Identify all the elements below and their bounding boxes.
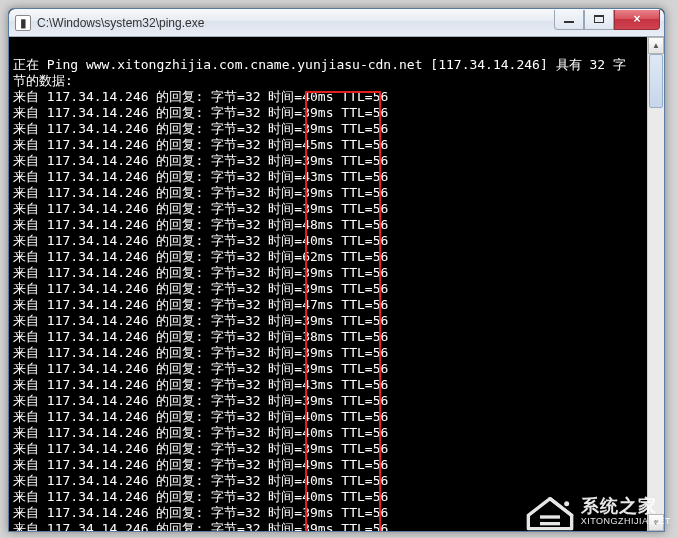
titlebar[interactable]: ▮ C:\Windows\system32\ping.exe × [9,9,664,37]
console-area: 正在 Ping www.xitongzhijia.com.cname.yunji… [9,37,664,531]
scroll-thumb[interactable] [649,54,663,108]
window-controls: × [554,10,660,30]
vertical-scrollbar[interactable]: ▲ ▼ [647,37,664,531]
app-icon: ▮ [15,15,31,31]
maximize-button[interactable] [584,10,614,30]
console-output: 正在 Ping www.xitongzhijia.com.cname.yunji… [13,41,646,531]
minimize-button[interactable] [554,10,584,30]
scroll-down-button[interactable]: ▼ [648,514,664,531]
scroll-track[interactable] [648,54,664,514]
scroll-up-button[interactable]: ▲ [648,37,664,54]
window-title: C:\Windows\system32\ping.exe [37,16,554,30]
app-window: ▮ C:\Windows\system32\ping.exe × 正在 Ping… [8,8,665,532]
close-button[interactable]: × [614,10,660,30]
